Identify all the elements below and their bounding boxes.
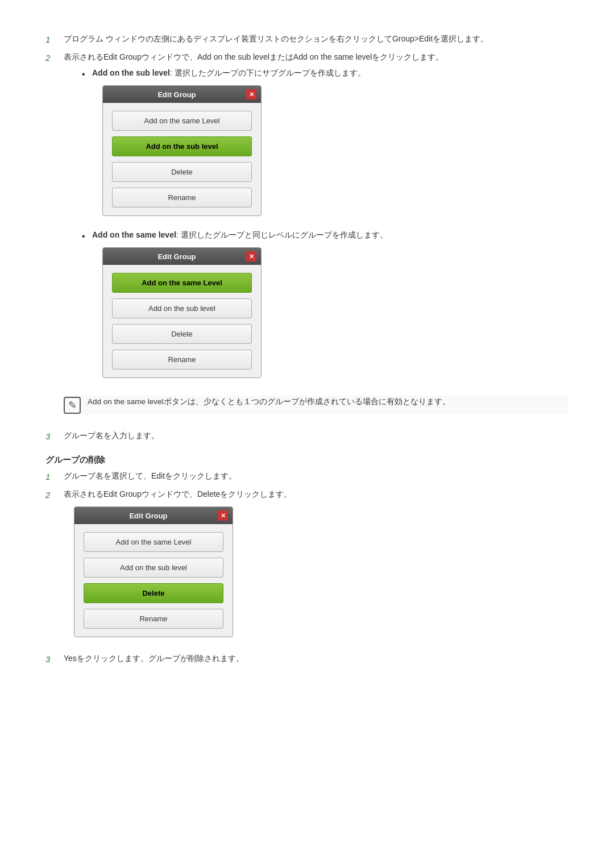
dialog-3-titlebar: Edit Group ✕ xyxy=(74,507,233,524)
dialog-2-body: Add on the same Level Add on the sub lev… xyxy=(103,265,261,377)
step-1-text: プログラム ウィンドウの左側にあるディスプレイ装置リストのセクションを右クリック… xyxy=(64,34,569,44)
dialog-2-btn-2[interactable]: Delete xyxy=(112,324,252,344)
step-2-text: 表示されるEdit Groupウィンドウで、Add on the sub lev… xyxy=(64,52,443,61)
dialog-2-title: Edit Group xyxy=(107,252,246,261)
dialog-3: Edit Group ✕ Add on the same Level Add o… xyxy=(74,506,233,637)
bullet-1-content: Add on the sub level: 選択したグループの下にサブグループを… xyxy=(92,68,569,225)
step-2-content: 表示されるEdit Groupウィンドウで、Add on the sub lev… xyxy=(64,52,569,423)
dialog-1-btn-0[interactable]: Add on the same Level xyxy=(112,111,252,131)
note-text: Add on the same levelボタンは、少なくとも１つのグループが作… xyxy=(88,396,450,409)
dialog-2-close[interactable]: ✕ xyxy=(246,251,256,261)
dialog-2: Edit Group ✕ Add on the same Level Add o… xyxy=(102,247,262,378)
note-icon: ✎ xyxy=(64,397,81,414)
del-step-3-num: 3 xyxy=(45,654,64,664)
dialog-3-body: Add on the same Level Add on the sub lev… xyxy=(74,524,233,637)
del-step-3-text: Yesをクリックします。グループが削除されます。 xyxy=(64,654,569,664)
dialog-3-close[interactable]: ✕ xyxy=(218,510,228,521)
step-2: 2 表示されるEdit Groupウィンドウで、Add on the sub l… xyxy=(45,52,569,423)
del-step-2-content: 表示されるEdit Groupウィンドウで、Deleteをクリックします。 Ed… xyxy=(64,489,569,646)
bullet-2-desc: 選択したグループと同じレベルにグループを作成します。 xyxy=(181,230,388,239)
bullet-1-dot: • xyxy=(82,69,92,80)
dialog-3-btn-3[interactable]: Rename xyxy=(84,609,223,629)
dialog-3-btn-1[interactable]: Add on the sub level xyxy=(84,558,223,578)
del-step-2: 2 表示されるEdit Groupウィンドウで、Deleteをクリックします。 … xyxy=(45,489,569,646)
del-step-2-text: 表示されるEdit Groupウィンドウで、Deleteをクリックします。 xyxy=(64,489,292,499)
dialog-1: Edit Group ✕ Add on the same Level Add o… xyxy=(102,85,262,216)
dialog-1-title: Edit Group xyxy=(107,90,246,99)
step-3-text: グループ名を入力します。 xyxy=(64,431,569,441)
dialog-1-titlebar: Edit Group ✕ xyxy=(103,86,261,103)
dialog-1-body: Add on the same Level Add on the sub lev… xyxy=(103,103,261,215)
note-box: ✎ Add on the same levelボタンは、少なくとも１つのグループ… xyxy=(64,396,569,414)
bullet-1-label: Add on the sub level xyxy=(92,68,170,77)
del-step-1-num: 1 xyxy=(45,471,64,481)
del-step-3: 3 Yesをクリックします。グループが削除されます。 xyxy=(45,654,569,664)
bullet-2-dot: • xyxy=(82,231,92,242)
step-2-num: 2 xyxy=(45,52,64,63)
bullet-2-label: Add on the same level xyxy=(92,230,176,239)
dialog-1-btn-3[interactable]: Rename xyxy=(112,188,252,207)
dialog-3-title: Edit Group xyxy=(79,512,218,520)
step-3: 3 グループ名を入力します。 xyxy=(45,431,569,441)
step-1: 1 プログラム ウィンドウの左側にあるディスプレイ装置リストのセクションを右クリ… xyxy=(45,34,569,44)
bullet-2: • Add on the same level: 選択したグループと同じレベルに… xyxy=(82,230,569,387)
dialog-1-wrapper: Edit Group ✕ Add on the same Level Add o… xyxy=(102,85,569,218)
dialog-3-wrapper: Edit Group ✕ Add on the same Level Add o… xyxy=(74,506,569,639)
del-step-2-num: 2 xyxy=(45,489,64,500)
bullet-2-content: Add on the same level: 選択したグループと同じレベルにグル… xyxy=(92,230,569,387)
step-3-num: 3 xyxy=(45,431,64,441)
dialog-2-btn-3[interactable]: Rename xyxy=(112,350,252,369)
del-step-1-text: グループ名を選択して、Editをクリックします。 xyxy=(64,471,569,481)
section-delete-heading: グループの削除 xyxy=(45,455,569,466)
dialog-1-btn-1[interactable]: Add on the sub level xyxy=(112,136,252,156)
dialog-1-close[interactable]: ✕ xyxy=(246,89,256,99)
dialog-2-btn-1[interactable]: Add on the sub level xyxy=(112,298,252,318)
dialog-3-btn-2[interactable]: Delete xyxy=(84,583,223,603)
dialog-2-btn-0[interactable]: Add on the same Level xyxy=(112,273,252,293)
dialog-3-btn-0[interactable]: Add on the same Level xyxy=(84,532,223,552)
dialog-2-wrapper: Edit Group ✕ Add on the same Level Add o… xyxy=(102,247,569,380)
bullet-2-colon: : xyxy=(176,230,181,239)
bullet-1-colon: : xyxy=(170,68,175,77)
bullet-1-desc: 選択したグループの下にサブグループを作成します。 xyxy=(175,68,366,77)
step-1-num: 1 xyxy=(45,34,64,44)
dialog-1-btn-2[interactable]: Delete xyxy=(112,162,252,182)
del-step-1: 1 グループ名を選択して、Editをクリックします。 xyxy=(45,471,569,481)
bullet-1: • Add on the sub level: 選択したグループの下にサブグルー… xyxy=(82,68,569,225)
dialog-2-titlebar: Edit Group ✕ xyxy=(103,248,261,265)
